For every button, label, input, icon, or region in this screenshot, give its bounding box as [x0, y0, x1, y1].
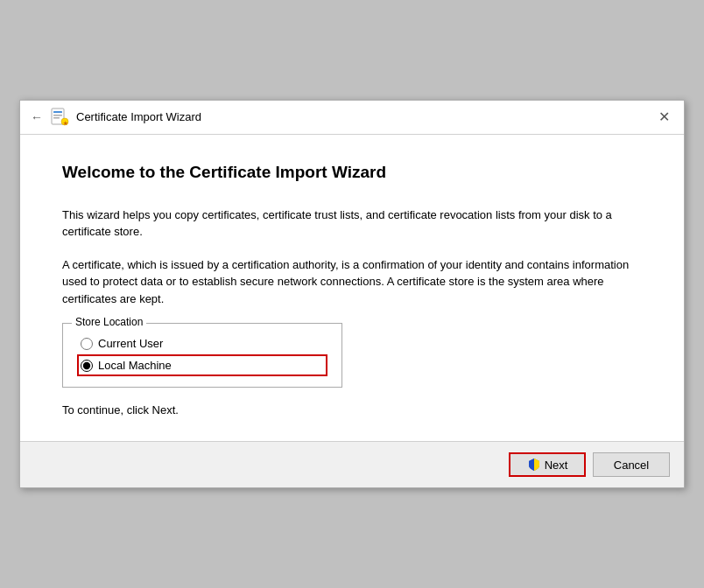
- main-heading: Welcome to the Certificate Import Wizard: [62, 163, 642, 182]
- radio-current-user-input[interactable]: [81, 338, 93, 350]
- svg-rect-1: [53, 111, 62, 113]
- radio-current-user[interactable]: Current User: [77, 332, 327, 354]
- close-button[interactable]: ✕: [655, 110, 673, 124]
- wizard-dialog: ← ★ Certificate Import Wizard ✕ Welcome …: [19, 100, 685, 489]
- title-bar-left: ← ★ Certificate Import Wizard: [31, 108, 201, 127]
- title-bar: ← ★ Certificate Import Wizard ✕: [20, 101, 684, 135]
- back-button[interactable]: ←: [31, 110, 43, 124]
- dialog-body: Welcome to the Certificate Import Wizard…: [20, 135, 684, 442]
- description-1: This wizard helps you copy certificates,…: [62, 206, 642, 241]
- continue-text: To continue, click Next.: [62, 403, 642, 416]
- radio-local-machine-input[interactable]: [81, 360, 93, 372]
- dialog-title: Certificate Import Wizard: [76, 110, 201, 123]
- description-2: A certificate, which is issued by a cert…: [62, 256, 642, 308]
- cancel-label: Cancel: [614, 458, 649, 472]
- next-label: Next: [545, 458, 568, 472]
- store-location-legend: Store Location: [72, 316, 146, 328]
- radio-local-machine-label: Local Machine: [98, 359, 172, 372]
- radio-local-machine[interactable]: Local Machine: [77, 354, 327, 376]
- shield-uac-icon: [527, 458, 541, 472]
- svg-rect-3: [53, 117, 60, 119]
- store-location-group: Store Location Current User Local Machin…: [62, 323, 342, 388]
- next-button[interactable]: Next: [509, 452, 586, 477]
- radio-current-user-label: Current User: [98, 337, 163, 350]
- svg-rect-2: [53, 115, 62, 116]
- cancel-button[interactable]: Cancel: [593, 452, 670, 477]
- dialog-footer: Next Cancel: [20, 441, 684, 487]
- wizard-icon: ★: [50, 108, 69, 127]
